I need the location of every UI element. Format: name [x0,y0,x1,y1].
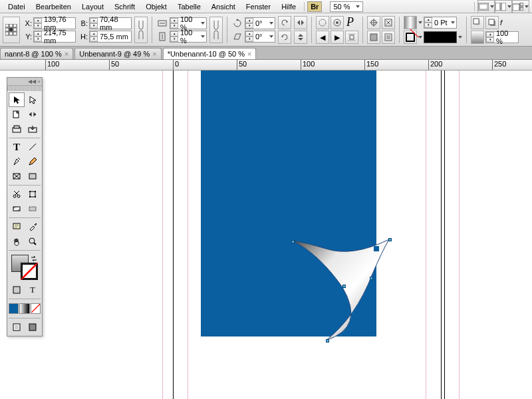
rotate-ccw-icon[interactable] [278,16,291,29]
fill-frame-icon[interactable] [367,31,380,44]
paragraph-style-icon[interactable]: P [346,15,354,29]
gap-tool[interactable] [25,107,41,122]
svg-rect-39 [30,192,35,197]
pencil-tool[interactable] [25,154,41,169]
select-next-icon[interactable]: ▶ [331,31,344,44]
note-tool[interactable] [9,219,25,234]
rectangle-frame-tool[interactable] [9,169,25,184]
reference-point-icon[interactable] [3,17,20,43]
rectangle-tool[interactable] [25,169,41,184]
fill-stroke-proxy[interactable] [10,255,39,280]
menu-schrift[interactable]: Schrift [109,1,140,12]
rotate-cw-icon[interactable] [278,31,291,44]
svg-line-50 [31,304,40,313]
scissors-tool[interactable] [9,187,25,201]
gradient-feather-tool[interactable] [25,201,41,216]
pathfinder-center-icon[interactable] [367,16,380,29]
page-curl-shape[interactable] [279,234,399,347]
content-placer-tool[interactable] [25,122,41,136]
flip-h-icon[interactable] [294,16,307,29]
workspace-icon[interactable] [512,0,529,13]
view-mode-normal-icon[interactable] [9,320,25,334]
arrange-icon[interactable] [495,0,512,13]
menu-hilfe[interactable]: Hilfe [276,1,301,12]
canvas[interactable] [0,70,532,399]
shear-field[interactable]: ▴▾0° [245,31,275,43]
panel-grip[interactable] [7,86,42,91]
formatting-container-icon[interactable] [9,283,25,297]
type-tool[interactable]: T [9,140,25,154]
h-field[interactable]: ▴▾75,5 mm [89,31,132,43]
x-field[interactable]: ▴▾139,76 mm [33,17,76,29]
fit-content-icon[interactable] [382,31,395,44]
selection-indicator[interactable] [374,246,379,251]
effects-icon[interactable] [471,16,484,29]
page-tool[interactable] [9,107,25,122]
close-icon[interactable]: × [65,50,68,58]
anchor-handle[interactable] [291,240,295,243]
scale-y-field[interactable]: ▴▾100 % [170,31,207,43]
rotate-field[interactable]: ▴▾0° [245,17,275,29]
zoom-level[interactable]: 50 % [330,1,363,12]
anchor-handle[interactable] [326,339,329,342]
anchor-handle[interactable] [388,238,392,241]
svg-rect-12 [13,28,17,31]
drop-shadow-icon[interactable] [485,16,499,29]
bridge-button[interactable]: Br [307,1,322,12]
select-content-icon[interactable] [331,16,344,29]
menu-layout[interactable]: Layout [76,1,109,12]
selection-tool[interactable] [9,92,25,107]
text-wrap-icon[interactable] [345,31,358,44]
stroke-style-field[interactable] [424,31,457,43]
content-collector-tool[interactable] [9,122,25,136]
opacity-field[interactable]: ▴▾100 % [485,31,519,43]
stroke-proxy[interactable] [21,263,38,280]
collapse-icon[interactable]: ◀◀ [28,78,36,84]
select-prev-icon[interactable]: ◀ [316,31,329,44]
anchor-handle[interactable] [342,285,346,288]
tab-doc-10[interactable]: *Unbenannt-10 @ 50 %× [163,48,257,59]
eyedropper-tool[interactable] [25,219,41,234]
menu-objekt[interactable]: Objekt [140,1,172,12]
fill-swatch-icon[interactable] [404,16,417,29]
hand-tool[interactable] [9,234,25,249]
constrain-wh-icon[interactable] [134,17,148,43]
swap-fill-stroke-icon[interactable] [30,255,38,263]
zoom-tool[interactable] [25,234,41,249]
free-transform-tool[interactable] [25,187,41,201]
horizontal-ruler[interactable]: 150 100 50 0 50 100 150 200 250 [0,60,532,70]
close-icon[interactable]: × [247,50,251,58]
close-icon[interactable]: × [152,50,156,58]
close-icon[interactable]: × [37,78,41,84]
view-mode-preview-icon[interactable] [25,320,41,334]
apply-color-icon[interactable] [9,303,19,314]
apply-none-icon[interactable] [31,303,41,314]
flip-v-icon[interactable] [294,31,307,44]
menu-bearbeiten[interactable]: Bearbeiten [31,1,76,12]
direct-selection-tool[interactable] [25,92,41,107]
w-field[interactable]: ▴▾70,48 mm [89,17,132,29]
menu-ansicht[interactable]: Ansicht [206,1,241,12]
select-container-icon[interactable] [316,16,329,29]
tab-doc-8[interactable]: nannt-8 @ 100 %× [0,48,73,59]
formatting-text-icon[interactable]: T [25,283,41,297]
menu-tabelle[interactable]: Tabelle [172,1,206,12]
gradient-swatch-tool[interactable] [9,201,25,216]
constrain-scale-icon[interactable] [209,17,223,43]
pen-tool[interactable] [9,154,25,169]
line-tool[interactable] [25,140,41,154]
svg-rect-43 [35,196,36,198]
svg-point-20 [336,21,338,24]
apply-gradient-icon[interactable] [19,303,29,314]
anchor-handle[interactable] [370,277,373,280]
menu-fenster[interactable]: Fenster [241,1,276,12]
menu-datei[interactable]: Datei [3,1,31,12]
tab-doc-9[interactable]: Unbenannt-9 @ 49 %× [74,48,161,59]
stroke-weight-field[interactable]: ▴▾0 Pt [424,17,457,29]
fit-frame-icon[interactable] [382,16,395,29]
stroke-swatch-icon[interactable] [404,31,417,44]
y-field[interactable]: ▴▾214,75 mm [33,31,76,43]
scale-x-field[interactable]: ▴▾100 % [170,17,207,29]
svg-rect-52 [15,325,19,329]
screen-mode-icon[interactable] [477,0,495,13]
